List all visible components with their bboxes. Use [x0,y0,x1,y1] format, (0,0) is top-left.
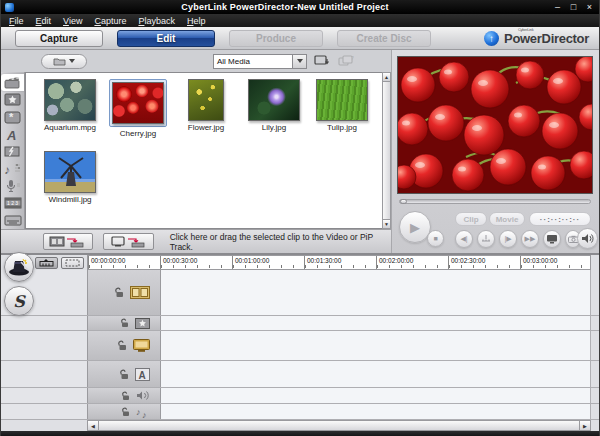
ruler-tick[interactable]: 00:02:30:00 [448,256,520,269]
scrollbar-thumb[interactable] [383,82,390,219]
svg-text:♪: ♪ [4,163,10,176]
volume-button[interactable] [577,228,598,249]
stop-button[interactable]: ■ [427,230,444,247]
lock-icon[interactable] [114,287,124,298]
effect-track-header[interactable] [87,316,161,330]
next-frame-button[interactable]: |▶ [499,230,517,248]
pip-track-header[interactable] [87,331,161,360]
title-track-header[interactable]: A [87,361,161,387]
room-strip: * A ♪ 1 2 3 [1,72,25,229]
effect-track-area[interactable] [161,316,591,330]
scroll-right-icon[interactable]: ▶ [579,421,590,430]
scroll-left-icon[interactable]: ◀ [88,421,99,430]
media-thumb-flower[interactable]: Flower.jpg [172,79,240,151]
media-thumb-tulip[interactable]: Tulip.jpg [308,79,376,151]
minimize-button[interactable]: – [552,2,563,12]
style-wizard-button[interactable]: S [4,286,34,316]
lock-icon[interactable] [120,318,129,328]
thumbnail-image-cherry[interactable] [112,82,164,124]
lock-icon[interactable] [121,391,130,401]
monitor-icon [546,234,558,244]
download-media-button[interactable] [313,54,331,68]
title-track-area[interactable] [161,361,591,387]
library-scrollbar[interactable]: ▲ ▼ [382,72,391,229]
ruler-tick[interactable]: 00:00:00:00 [88,256,160,269]
menu-item-capture[interactable]: Capture [89,16,131,26]
media-filter-dropdown-button[interactable] [293,54,307,69]
thumbnail-image-lily[interactable] [248,79,300,121]
storyboard-view-button[interactable] [61,257,84,269]
ruler-tick[interactable]: 00:00:30:00 [160,256,232,269]
music-track-area[interactable] [161,404,591,419]
scrollbar-thumb[interactable] [99,421,579,430]
sidebar-item-chapter-room[interactable]: 1 2 3 [1,195,24,212]
ruler-tick[interactable]: 00:02:00:00 [376,256,448,269]
preview-seek-slider[interactable] [399,199,591,204]
thumbnail-image-tulip[interactable] [316,79,368,121]
timeline-view-button[interactable] [35,257,58,269]
edit-mode-button[interactable]: Edit [117,30,215,47]
thumbnail-image-windmill[interactable] [44,151,96,193]
seek-unit-button[interactable] [477,230,495,248]
thumbnail-label: Flower.jpg [188,123,224,132]
fast-forward-button[interactable]: ▶▶ [521,230,539,248]
insert-to-pip-track-button[interactable] [103,233,153,250]
video-track-area[interactable] [161,270,591,315]
folder-menu-button[interactable] [41,54,87,69]
timeline-ruler[interactable]: 00:00:00:0000:00:30:0000:01:00:0000:01:3… [87,255,591,270]
ruler-tick[interactable]: 00:01:30:00 [304,256,376,269]
media-library-panel: All Media ? [1,50,391,253]
lock-icon[interactable] [117,340,127,351]
produce-mode-button[interactable]: Produce [229,30,323,47]
video-track-header[interactable] [87,270,161,315]
menu-item-edit[interactable]: Edit [31,16,57,26]
music-track-header[interactable]: ♪♪ [87,404,161,419]
cherry-preview-image [398,57,593,194]
sidebar-item-audio-mixing-room[interactable]: ♪ [1,160,24,177]
brand-product: CyberLinkPowerDirector [504,31,589,46]
brand-company: CyberLink [518,27,533,32]
restore-button[interactable]: □ [568,2,579,12]
transition-icon [4,145,21,158]
thumbnail-image-aquarium[interactable] [44,79,96,121]
ruler-tick[interactable]: 00:03:00:00 [520,256,592,269]
seek-thumb[interactable] [400,199,407,204]
sidebar-item-effect-room[interactable] [1,91,24,108]
menu-item-help[interactable]: Help [182,16,211,26]
magic-tools-button[interactable] [4,252,34,282]
menu-item-view[interactable]: View [58,16,87,26]
clip-mode-button[interactable]: Clip [455,212,487,226]
insert-to-video-track-button[interactable] [43,233,93,250]
sidebar-item-pip-objects-room[interactable]: * [1,108,24,125]
menu-item-file[interactable]: File [4,16,29,26]
sidebar-item-voiceover-room[interactable] [1,177,24,194]
voice-track-header[interactable] [87,388,161,403]
sidebar-item-title-room[interactable]: A [1,126,24,143]
voice-track-area[interactable] [161,388,591,403]
media-thumb-cherry[interactable]: Cherry.jpg [104,79,172,151]
pip-track-area[interactable] [161,331,591,360]
secondary-display-button[interactable]: ? [337,54,355,68]
media-thumb-lily[interactable]: Lily.jpg [240,79,308,151]
previous-frame-button[interactable]: ◀| [455,230,473,248]
scroll-up-icon[interactable]: ▲ [383,73,390,82]
lock-icon[interactable] [119,369,129,380]
media-filter-select[interactable]: All Media [213,54,293,69]
media-thumb-windmill[interactable]: Windmill.jpg [36,151,104,223]
timeline-scrollbar[interactable]: ◀ ▶ [87,420,591,431]
close-button[interactable]: × [584,2,595,12]
menu-item-playback[interactable]: Playback [133,16,180,26]
lock-icon[interactable] [121,407,130,417]
sidebar-item-media-room[interactable] [1,74,24,91]
sidebar-item-transition-room[interactable] [1,143,24,160]
scroll-down-icon[interactable]: ▼ [383,219,390,228]
create-disc-mode-button[interactable]: Create Disc [337,30,431,47]
preview-window-button[interactable] [543,230,561,248]
timecode-display: ··:··:··:·· [529,212,591,226]
movie-mode-button[interactable]: Movie [489,212,525,226]
media-thumb-aquarium[interactable]: Aquarium.mpg [36,79,104,151]
ruler-tick[interactable]: 00:01:00:00 [232,256,304,269]
sidebar-item-subtitle-room[interactable] [1,212,24,229]
thumbnail-image-flower[interactable] [188,79,224,121]
capture-mode-button[interactable]: Capture [15,30,103,47]
